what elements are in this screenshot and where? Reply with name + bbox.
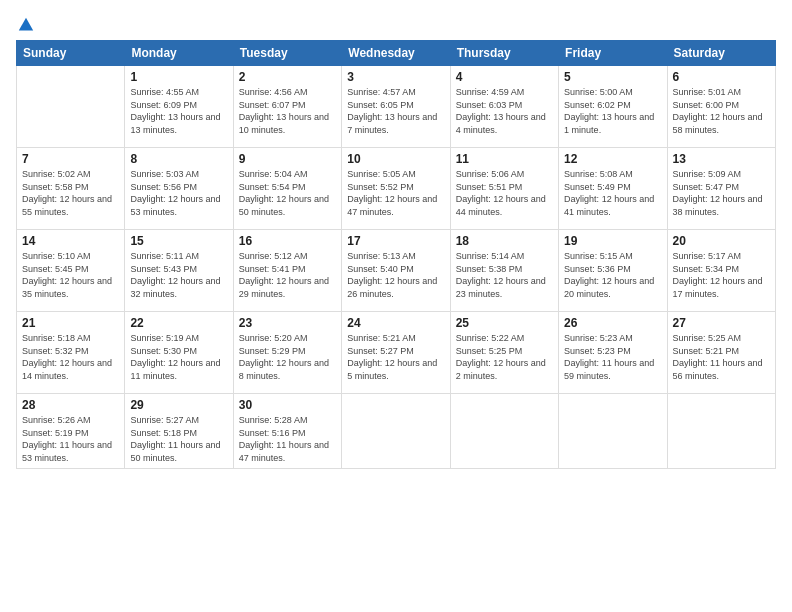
day-number: 5 bbox=[564, 70, 661, 84]
logo bbox=[16, 16, 35, 30]
calendar-cell: 4Sunrise: 4:59 AMSunset: 6:03 PMDaylight… bbox=[450, 66, 558, 148]
day-number: 6 bbox=[673, 70, 770, 84]
day-info: Sunrise: 4:55 AMSunset: 6:09 PMDaylight:… bbox=[130, 86, 227, 136]
calendar-cell: 24Sunrise: 5:21 AMSunset: 5:27 PMDayligh… bbox=[342, 312, 450, 394]
day-info: Sunrise: 5:15 AMSunset: 5:36 PMDaylight:… bbox=[564, 250, 661, 300]
calendar-week-1: 1Sunrise: 4:55 AMSunset: 6:09 PMDaylight… bbox=[17, 66, 776, 148]
calendar-cell: 1Sunrise: 4:55 AMSunset: 6:09 PMDaylight… bbox=[125, 66, 233, 148]
day-number: 2 bbox=[239, 70, 336, 84]
day-number: 24 bbox=[347, 316, 444, 330]
day-info: Sunrise: 5:17 AMSunset: 5:34 PMDaylight:… bbox=[673, 250, 770, 300]
day-info: Sunrise: 5:00 AMSunset: 6:02 PMDaylight:… bbox=[564, 86, 661, 136]
calendar-cell bbox=[559, 394, 667, 469]
day-info: Sunrise: 5:23 AMSunset: 5:23 PMDaylight:… bbox=[564, 332, 661, 382]
calendar-cell: 6Sunrise: 5:01 AMSunset: 6:00 PMDaylight… bbox=[667, 66, 775, 148]
calendar-cell: 16Sunrise: 5:12 AMSunset: 5:41 PMDayligh… bbox=[233, 230, 341, 312]
day-info: Sunrise: 5:03 AMSunset: 5:56 PMDaylight:… bbox=[130, 168, 227, 218]
day-info: Sunrise: 5:05 AMSunset: 5:52 PMDaylight:… bbox=[347, 168, 444, 218]
calendar-cell: 18Sunrise: 5:14 AMSunset: 5:38 PMDayligh… bbox=[450, 230, 558, 312]
day-info: Sunrise: 5:12 AMSunset: 5:41 PMDaylight:… bbox=[239, 250, 336, 300]
calendar-cell: 17Sunrise: 5:13 AMSunset: 5:40 PMDayligh… bbox=[342, 230, 450, 312]
day-number: 10 bbox=[347, 152, 444, 166]
day-number: 30 bbox=[239, 398, 336, 412]
logo-icon bbox=[17, 16, 35, 34]
calendar-cell: 12Sunrise: 5:08 AMSunset: 5:49 PMDayligh… bbox=[559, 148, 667, 230]
day-info: Sunrise: 5:04 AMSunset: 5:54 PMDaylight:… bbox=[239, 168, 336, 218]
calendar-cell: 29Sunrise: 5:27 AMSunset: 5:18 PMDayligh… bbox=[125, 394, 233, 469]
calendar-week-4: 21Sunrise: 5:18 AMSunset: 5:32 PMDayligh… bbox=[17, 312, 776, 394]
day-number: 16 bbox=[239, 234, 336, 248]
calendar-cell: 30Sunrise: 5:28 AMSunset: 5:16 PMDayligh… bbox=[233, 394, 341, 469]
calendar-cell: 3Sunrise: 4:57 AMSunset: 6:05 PMDaylight… bbox=[342, 66, 450, 148]
day-number: 12 bbox=[564, 152, 661, 166]
day-info: Sunrise: 5:08 AMSunset: 5:49 PMDaylight:… bbox=[564, 168, 661, 218]
calendar-cell: 10Sunrise: 5:05 AMSunset: 5:52 PMDayligh… bbox=[342, 148, 450, 230]
day-info: Sunrise: 5:22 AMSunset: 5:25 PMDaylight:… bbox=[456, 332, 553, 382]
day-info: Sunrise: 4:59 AMSunset: 6:03 PMDaylight:… bbox=[456, 86, 553, 136]
day-number: 1 bbox=[130, 70, 227, 84]
calendar-cell: 14Sunrise: 5:10 AMSunset: 5:45 PMDayligh… bbox=[17, 230, 125, 312]
col-header-thursday: Thursday bbox=[450, 41, 558, 66]
day-number: 4 bbox=[456, 70, 553, 84]
calendar-cell: 15Sunrise: 5:11 AMSunset: 5:43 PMDayligh… bbox=[125, 230, 233, 312]
day-number: 8 bbox=[130, 152, 227, 166]
calendar-week-2: 7Sunrise: 5:02 AMSunset: 5:58 PMDaylight… bbox=[17, 148, 776, 230]
calendar-cell bbox=[450, 394, 558, 469]
day-info: Sunrise: 5:02 AMSunset: 5:58 PMDaylight:… bbox=[22, 168, 119, 218]
day-info: Sunrise: 5:01 AMSunset: 6:00 PMDaylight:… bbox=[673, 86, 770, 136]
day-info: Sunrise: 4:56 AMSunset: 6:07 PMDaylight:… bbox=[239, 86, 336, 136]
calendar-week-3: 14Sunrise: 5:10 AMSunset: 5:45 PMDayligh… bbox=[17, 230, 776, 312]
col-header-monday: Monday bbox=[125, 41, 233, 66]
day-info: Sunrise: 5:14 AMSunset: 5:38 PMDaylight:… bbox=[456, 250, 553, 300]
calendar-cell bbox=[342, 394, 450, 469]
calendar-cell: 8Sunrise: 5:03 AMSunset: 5:56 PMDaylight… bbox=[125, 148, 233, 230]
day-info: Sunrise: 4:57 AMSunset: 6:05 PMDaylight:… bbox=[347, 86, 444, 136]
calendar-cell bbox=[17, 66, 125, 148]
day-info: Sunrise: 5:10 AMSunset: 5:45 PMDaylight:… bbox=[22, 250, 119, 300]
page-container: SundayMondayTuesdayWednesdayThursdayFrid… bbox=[0, 0, 792, 612]
calendar-cell: 19Sunrise: 5:15 AMSunset: 5:36 PMDayligh… bbox=[559, 230, 667, 312]
col-header-sunday: Sunday bbox=[17, 41, 125, 66]
day-number: 26 bbox=[564, 316, 661, 330]
col-header-saturday: Saturday bbox=[667, 41, 775, 66]
day-info: Sunrise: 5:11 AMSunset: 5:43 PMDaylight:… bbox=[130, 250, 227, 300]
calendar-cell: 11Sunrise: 5:06 AMSunset: 5:51 PMDayligh… bbox=[450, 148, 558, 230]
calendar-week-5: 28Sunrise: 5:26 AMSunset: 5:19 PMDayligh… bbox=[17, 394, 776, 469]
col-header-tuesday: Tuesday bbox=[233, 41, 341, 66]
day-number: 18 bbox=[456, 234, 553, 248]
day-info: Sunrise: 5:27 AMSunset: 5:18 PMDaylight:… bbox=[130, 414, 227, 464]
day-info: Sunrise: 5:09 AMSunset: 5:47 PMDaylight:… bbox=[673, 168, 770, 218]
day-number: 29 bbox=[130, 398, 227, 412]
calendar-cell: 27Sunrise: 5:25 AMSunset: 5:21 PMDayligh… bbox=[667, 312, 775, 394]
calendar-cell: 13Sunrise: 5:09 AMSunset: 5:47 PMDayligh… bbox=[667, 148, 775, 230]
page-header bbox=[16, 16, 776, 30]
calendar-cell: 5Sunrise: 5:00 AMSunset: 6:02 PMDaylight… bbox=[559, 66, 667, 148]
day-number: 20 bbox=[673, 234, 770, 248]
day-info: Sunrise: 5:19 AMSunset: 5:30 PMDaylight:… bbox=[130, 332, 227, 382]
day-number: 15 bbox=[130, 234, 227, 248]
calendar-table: SundayMondayTuesdayWednesdayThursdayFrid… bbox=[16, 40, 776, 469]
day-number: 3 bbox=[347, 70, 444, 84]
calendar-cell: 20Sunrise: 5:17 AMSunset: 5:34 PMDayligh… bbox=[667, 230, 775, 312]
calendar-header-row: SundayMondayTuesdayWednesdayThursdayFrid… bbox=[17, 41, 776, 66]
day-number: 9 bbox=[239, 152, 336, 166]
svg-marker-0 bbox=[19, 18, 33, 31]
calendar-cell: 25Sunrise: 5:22 AMSunset: 5:25 PMDayligh… bbox=[450, 312, 558, 394]
day-number: 21 bbox=[22, 316, 119, 330]
calendar-cell: 26Sunrise: 5:23 AMSunset: 5:23 PMDayligh… bbox=[559, 312, 667, 394]
col-header-friday: Friday bbox=[559, 41, 667, 66]
calendar-cell: 21Sunrise: 5:18 AMSunset: 5:32 PMDayligh… bbox=[17, 312, 125, 394]
calendar-cell: 7Sunrise: 5:02 AMSunset: 5:58 PMDaylight… bbox=[17, 148, 125, 230]
day-info: Sunrise: 5:06 AMSunset: 5:51 PMDaylight:… bbox=[456, 168, 553, 218]
calendar-cell bbox=[667, 394, 775, 469]
day-number: 19 bbox=[564, 234, 661, 248]
calendar-cell: 23Sunrise: 5:20 AMSunset: 5:29 PMDayligh… bbox=[233, 312, 341, 394]
day-info: Sunrise: 5:25 AMSunset: 5:21 PMDaylight:… bbox=[673, 332, 770, 382]
day-info: Sunrise: 5:20 AMSunset: 5:29 PMDaylight:… bbox=[239, 332, 336, 382]
day-number: 25 bbox=[456, 316, 553, 330]
calendar-cell: 28Sunrise: 5:26 AMSunset: 5:19 PMDayligh… bbox=[17, 394, 125, 469]
day-number: 22 bbox=[130, 316, 227, 330]
day-number: 28 bbox=[22, 398, 119, 412]
day-info: Sunrise: 5:26 AMSunset: 5:19 PMDaylight:… bbox=[22, 414, 119, 464]
calendar-cell: 2Sunrise: 4:56 AMSunset: 6:07 PMDaylight… bbox=[233, 66, 341, 148]
